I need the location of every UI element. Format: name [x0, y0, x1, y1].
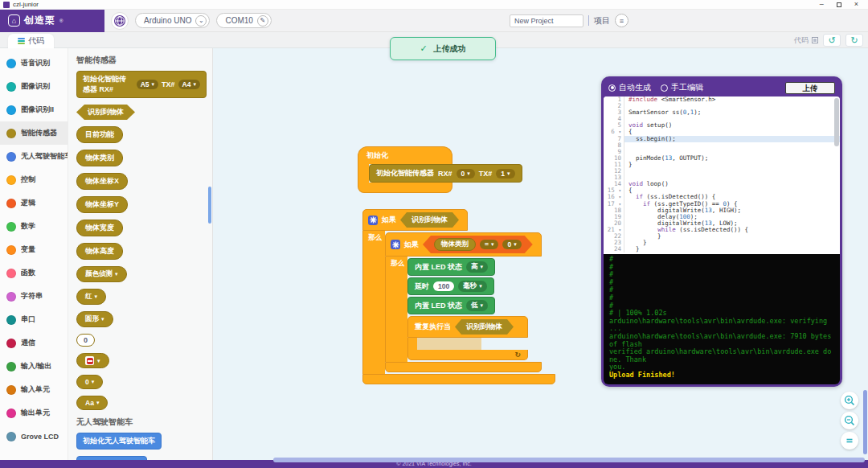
- if-block-inner[interactable]: 如果 物体类别 = 0 那么: [385, 232, 542, 372]
- project-name-input[interactable]: [510, 14, 583, 27]
- console-line: #: [609, 271, 834, 279]
- sidebar-item[interactable]: 输入单元: [0, 378, 68, 401]
- code-panel-toggle[interactable]: 代码: [794, 35, 818, 46]
- undo-button[interactable]: ↺: [823, 34, 841, 47]
- chevron-down-icon[interactable]: ⌄: [195, 15, 207, 27]
- reporter-object-type[interactable]: 物体类别: [434, 238, 476, 251]
- block-delay[interactable]: 延时 100 毫秒: [407, 277, 494, 295]
- sidebar-item[interactable]: 语音识别: [0, 51, 68, 75]
- tx-dropdown[interactable]: 1: [496, 169, 514, 179]
- code-lines: 1#include <SmartSensor.h>2 3SmartSensor …: [604, 96, 840, 252]
- delay-value-input[interactable]: 100: [433, 281, 454, 291]
- block-init-smart-sensor[interactable]: 初始化智能传感器 RX# 0 TX# 1: [369, 164, 522, 183]
- palette-block[interactable]: 初始化无人驾驶智能车: [76, 433, 162, 450]
- script-if-detect[interactable]: 如果 识别到物体 那么 如果: [362, 209, 555, 384]
- category-color-dot: [6, 152, 16, 162]
- operator-dropdown[interactable]: =: [480, 240, 498, 249]
- code-line[interactable]: 5void setup(): [604, 122, 840, 129]
- palette-block[interactable]: 0: [76, 375, 103, 389]
- code-line[interactable]: 3SmartSensor ss(0,1);: [604, 109, 840, 116]
- zoom-out-button[interactable]: [841, 412, 858, 429]
- script-initialize[interactable]: 初始化 初始化智能传感器 RX# 0 TX# 1: [358, 146, 522, 193]
- palette-block[interactable]: 物体类别: [76, 150, 123, 166]
- sidebar-item[interactable]: 输入/输出: [0, 355, 68, 378]
- palette-block[interactable]: 识别到物体: [76, 105, 135, 120]
- port-selector[interactable]: COM10 ✎: [216, 13, 271, 28]
- titlebar: czl-junior – ×: [0, 0, 868, 10]
- code-line[interactable]: 10 pinMode(13, OUTPUT);: [604, 155, 840, 162]
- sidebar-item[interactable]: 字符串: [0, 285, 68, 308]
- tab-code-label: 代码: [28, 35, 44, 47]
- sidebar-item[interactable]: 串口: [0, 308, 68, 331]
- code-line[interactable]: 7 ss.begin();: [604, 136, 840, 142]
- radio-auto-generate[interactable]: 自动生成: [608, 82, 651, 93]
- palette-block[interactable]: 圆形: [76, 311, 113, 327]
- palette-block[interactable]: 初始化智能传感器 RX#A5TX#A4: [76, 71, 207, 98]
- code-line[interactable]: 12: [604, 168, 840, 174]
- sidebar-item[interactable]: 控制: [0, 168, 68, 191]
- palette-block[interactable]: Aa: [76, 396, 108, 410]
- if-block-outer[interactable]: 如果 识别到物体: [362, 209, 468, 231]
- block-led-high[interactable]: 内置 LED 状态 高: [407, 258, 495, 276]
- horizontal-scrollbar[interactable]: [273, 458, 865, 462]
- palette-scrollbar[interactable]: [208, 187, 211, 224]
- language-button[interactable]: [111, 12, 129, 30]
- palette-block[interactable]: 物体高度: [76, 243, 123, 260]
- radio-manual-edit[interactable]: 手工编辑: [661, 82, 703, 93]
- restore-button[interactable]: [837, 2, 841, 7]
- code-line[interactable]: 11}: [604, 162, 840, 168]
- palette-block[interactable]: 物体坐标Y: [76, 196, 128, 213]
- code-line[interactable]: 14void loop(): [604, 181, 840, 187]
- category-color-dot: [6, 129, 16, 138]
- sidebar-item-label: Grove LCD: [21, 432, 59, 440]
- sidebar-item[interactable]: 数学: [0, 215, 68, 238]
- redo-button[interactable]: ↻: [845, 34, 863, 47]
- code-line[interactable]: 8: [604, 142, 840, 149]
- zoom-in-button[interactable]: [841, 392, 858, 409]
- palette-block[interactable]: 红: [76, 289, 106, 305]
- palette-block[interactable]: 目前功能: [76, 126, 123, 143]
- code-line[interactable]: 1#include <SmartSensor.h>: [604, 96, 840, 103]
- sidebar-item[interactable]: 图像识别II: [0, 98, 68, 121]
- code-editor-scrollbar[interactable]: [834, 98, 839, 146]
- sidebar-item[interactable]: 智能传感器: [0, 121, 68, 145]
- sidebar-item[interactable]: Grove LCD: [0, 425, 68, 448]
- edit-port-icon[interactable]: ✎: [257, 15, 268, 27]
- code-line[interactable]: 24 }: [604, 246, 840, 252]
- upload-button[interactable]: 上传: [785, 82, 835, 94]
- dropdown[interactable]: A5: [137, 80, 158, 89]
- close-button[interactable]: ×: [854, 1, 858, 8]
- value-dropdown[interactable]: 0: [502, 240, 521, 249]
- app-icon: [3, 2, 10, 8]
- minimize-button[interactable]: –: [820, 1, 824, 8]
- project-list-button[interactable]: ≡: [615, 14, 628, 27]
- palette-block[interactable]: 物体坐标X: [76, 173, 128, 190]
- hat-block-initialize[interactable]: 初始化: [358, 146, 452, 164]
- tab-code[interactable]: 代码: [8, 34, 54, 48]
- palette-block[interactable]: [76, 353, 109, 368]
- device-selector[interactable]: Arduino UNO ⌄: [135, 13, 210, 28]
- condition-detected[interactable]: 识别到物体: [455, 319, 514, 335]
- led-state-dropdown[interactable]: 低: [466, 300, 488, 311]
- led-state-dropdown[interactable]: 高: [466, 261, 488, 273]
- dropdown[interactable]: A4: [178, 80, 200, 89]
- sidebar-item[interactable]: 函数: [0, 261, 68, 285]
- palette-block[interactable]: 颜色侦测: [76, 266, 127, 282]
- rx-dropdown[interactable]: 0: [457, 169, 475, 179]
- palette-block[interactable]: 物体宽度: [76, 220, 123, 236]
- sidebar-item[interactable]: 无人驾驶智能车: [0, 145, 68, 168]
- code-editor[interactable]: 1#include <SmartSensor.h>2 3SmartSensor …: [604, 96, 840, 254]
- condition-compare[interactable]: 物体类别 = 0: [423, 236, 533, 253]
- palette-block[interactable]: 0: [76, 334, 95, 347]
- sidebar-item[interactable]: 输出单元: [0, 401, 68, 425]
- delay-unit-dropdown[interactable]: 毫秒: [458, 281, 487, 292]
- sidebar-item[interactable]: 图像识别: [0, 75, 68, 98]
- block-repeat-while[interactable]: 重复执行当 识别到物体 ↻: [407, 316, 528, 360]
- condition-detected[interactable]: 识别到物体: [400, 212, 459, 228]
- zoom-reset-button[interactable]: [841, 432, 858, 450]
- block-led-low[interactable]: 内置 LED 状态 低: [407, 297, 495, 314]
- vertical-scrollbar[interactable]: [863, 390, 867, 454]
- sidebar-item[interactable]: 逻辑: [0, 191, 68, 215]
- sidebar-item[interactable]: 变量: [0, 238, 68, 261]
- sidebar-item[interactable]: 通信: [0, 331, 68, 355]
